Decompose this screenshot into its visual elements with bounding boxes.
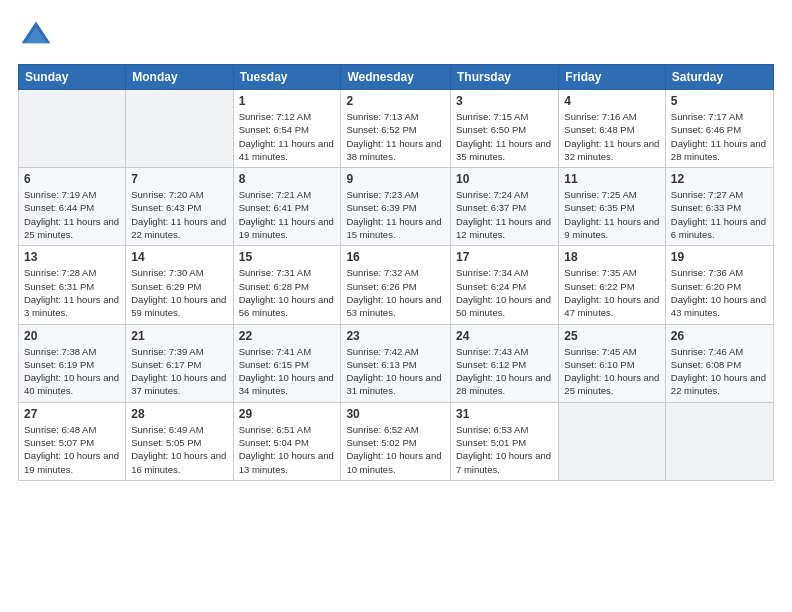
weekday-header-wednesday: Wednesday [341,65,451,90]
day-number: 28 [131,407,227,421]
day-info: Sunrise: 7:23 AM Sunset: 6:39 PM Dayligh… [346,188,445,241]
calendar-cell: 29Sunrise: 6:51 AM Sunset: 5:04 PM Dayli… [233,402,341,480]
calendar-week-row-3: 13Sunrise: 7:28 AM Sunset: 6:31 PM Dayli… [19,246,774,324]
calendar-week-row-5: 27Sunrise: 6:48 AM Sunset: 5:07 PM Dayli… [19,402,774,480]
calendar-cell: 4Sunrise: 7:16 AM Sunset: 6:48 PM Daylig… [559,90,666,168]
calendar-cell: 14Sunrise: 7:30 AM Sunset: 6:29 PM Dayli… [126,246,233,324]
calendar-cell: 16Sunrise: 7:32 AM Sunset: 6:26 PM Dayli… [341,246,451,324]
calendar-cell: 5Sunrise: 7:17 AM Sunset: 6:46 PM Daylig… [665,90,773,168]
calendar-cell [19,90,126,168]
calendar-cell: 9Sunrise: 7:23 AM Sunset: 6:39 PM Daylig… [341,168,451,246]
weekday-header-tuesday: Tuesday [233,65,341,90]
day-info: Sunrise: 7:19 AM Sunset: 6:44 PM Dayligh… [24,188,120,241]
day-number: 7 [131,172,227,186]
weekday-header-row: SundayMondayTuesdayWednesdayThursdayFrid… [19,65,774,90]
day-info: Sunrise: 6:48 AM Sunset: 5:07 PM Dayligh… [24,423,120,476]
day-info: Sunrise: 6:52 AM Sunset: 5:02 PM Dayligh… [346,423,445,476]
page: SundayMondayTuesdayWednesdayThursdayFrid… [0,0,792,612]
day-number: 9 [346,172,445,186]
calendar-cell: 12Sunrise: 7:27 AM Sunset: 6:33 PM Dayli… [665,168,773,246]
weekday-header-monday: Monday [126,65,233,90]
day-number: 20 [24,329,120,343]
calendar-cell: 2Sunrise: 7:13 AM Sunset: 6:52 PM Daylig… [341,90,451,168]
day-number: 27 [24,407,120,421]
day-number: 10 [456,172,553,186]
day-number: 17 [456,250,553,264]
day-info: Sunrise: 7:24 AM Sunset: 6:37 PM Dayligh… [456,188,553,241]
day-info: Sunrise: 7:27 AM Sunset: 6:33 PM Dayligh… [671,188,768,241]
day-info: Sunrise: 7:15 AM Sunset: 6:50 PM Dayligh… [456,110,553,163]
day-number: 2 [346,94,445,108]
day-info: Sunrise: 7:43 AM Sunset: 6:12 PM Dayligh… [456,345,553,398]
day-number: 22 [239,329,336,343]
day-number: 1 [239,94,336,108]
day-number: 12 [671,172,768,186]
day-info: Sunrise: 7:32 AM Sunset: 6:26 PM Dayligh… [346,266,445,319]
calendar-cell: 24Sunrise: 7:43 AM Sunset: 6:12 PM Dayli… [451,324,559,402]
day-info: Sunrise: 6:49 AM Sunset: 5:05 PM Dayligh… [131,423,227,476]
day-info: Sunrise: 7:36 AM Sunset: 6:20 PM Dayligh… [671,266,768,319]
calendar-cell: 6Sunrise: 7:19 AM Sunset: 6:44 PM Daylig… [19,168,126,246]
calendar-cell: 25Sunrise: 7:45 AM Sunset: 6:10 PM Dayli… [559,324,666,402]
calendar-cell: 10Sunrise: 7:24 AM Sunset: 6:37 PM Dayli… [451,168,559,246]
calendar-cell: 17Sunrise: 7:34 AM Sunset: 6:24 PM Dayli… [451,246,559,324]
calendar-cell: 1Sunrise: 7:12 AM Sunset: 6:54 PM Daylig… [233,90,341,168]
weekday-header-sunday: Sunday [19,65,126,90]
day-number: 3 [456,94,553,108]
weekday-header-saturday: Saturday [665,65,773,90]
day-info: Sunrise: 7:25 AM Sunset: 6:35 PM Dayligh… [564,188,660,241]
calendar-week-row-4: 20Sunrise: 7:38 AM Sunset: 6:19 PM Dayli… [19,324,774,402]
calendar-week-row-1: 1Sunrise: 7:12 AM Sunset: 6:54 PM Daylig… [19,90,774,168]
calendar-cell: 15Sunrise: 7:31 AM Sunset: 6:28 PM Dayli… [233,246,341,324]
day-number: 11 [564,172,660,186]
header [18,18,774,54]
day-number: 5 [671,94,768,108]
day-info: Sunrise: 6:51 AM Sunset: 5:04 PM Dayligh… [239,423,336,476]
calendar-cell: 8Sunrise: 7:21 AM Sunset: 6:41 PM Daylig… [233,168,341,246]
logo-icon [18,18,54,54]
day-info: Sunrise: 7:34 AM Sunset: 6:24 PM Dayligh… [456,266,553,319]
calendar-week-row-2: 6Sunrise: 7:19 AM Sunset: 6:44 PM Daylig… [19,168,774,246]
day-number: 8 [239,172,336,186]
calendar-cell: 7Sunrise: 7:20 AM Sunset: 6:43 PM Daylig… [126,168,233,246]
calendar-cell: 31Sunrise: 6:53 AM Sunset: 5:01 PM Dayli… [451,402,559,480]
day-info: Sunrise: 7:46 AM Sunset: 6:08 PM Dayligh… [671,345,768,398]
day-number: 18 [564,250,660,264]
day-info: Sunrise: 7:45 AM Sunset: 6:10 PM Dayligh… [564,345,660,398]
calendar-cell: 26Sunrise: 7:46 AM Sunset: 6:08 PM Dayli… [665,324,773,402]
weekday-header-thursday: Thursday [451,65,559,90]
day-number: 24 [456,329,553,343]
calendar-cell: 18Sunrise: 7:35 AM Sunset: 6:22 PM Dayli… [559,246,666,324]
calendar-cell: 19Sunrise: 7:36 AM Sunset: 6:20 PM Dayli… [665,246,773,324]
day-info: Sunrise: 7:35 AM Sunset: 6:22 PM Dayligh… [564,266,660,319]
day-info: Sunrise: 6:53 AM Sunset: 5:01 PM Dayligh… [456,423,553,476]
calendar-cell: 22Sunrise: 7:41 AM Sunset: 6:15 PM Dayli… [233,324,341,402]
day-info: Sunrise: 7:31 AM Sunset: 6:28 PM Dayligh… [239,266,336,319]
day-number: 6 [24,172,120,186]
logo [18,18,60,54]
calendar-cell: 20Sunrise: 7:38 AM Sunset: 6:19 PM Dayli… [19,324,126,402]
calendar-cell [126,90,233,168]
day-number: 23 [346,329,445,343]
calendar-cell [665,402,773,480]
day-info: Sunrise: 7:38 AM Sunset: 6:19 PM Dayligh… [24,345,120,398]
day-info: Sunrise: 7:30 AM Sunset: 6:29 PM Dayligh… [131,266,227,319]
calendar-cell: 21Sunrise: 7:39 AM Sunset: 6:17 PM Dayli… [126,324,233,402]
day-number: 29 [239,407,336,421]
day-number: 13 [24,250,120,264]
day-number: 30 [346,407,445,421]
calendar-cell: 3Sunrise: 7:15 AM Sunset: 6:50 PM Daylig… [451,90,559,168]
calendar-table: SundayMondayTuesdayWednesdayThursdayFrid… [18,64,774,481]
day-number: 31 [456,407,553,421]
day-info: Sunrise: 7:17 AM Sunset: 6:46 PM Dayligh… [671,110,768,163]
calendar-cell [559,402,666,480]
weekday-header-friday: Friday [559,65,666,90]
day-info: Sunrise: 7:39 AM Sunset: 6:17 PM Dayligh… [131,345,227,398]
day-number: 26 [671,329,768,343]
day-number: 19 [671,250,768,264]
calendar-cell: 23Sunrise: 7:42 AM Sunset: 6:13 PM Dayli… [341,324,451,402]
day-number: 25 [564,329,660,343]
day-number: 14 [131,250,227,264]
day-info: Sunrise: 7:16 AM Sunset: 6:48 PM Dayligh… [564,110,660,163]
day-info: Sunrise: 7:28 AM Sunset: 6:31 PM Dayligh… [24,266,120,319]
